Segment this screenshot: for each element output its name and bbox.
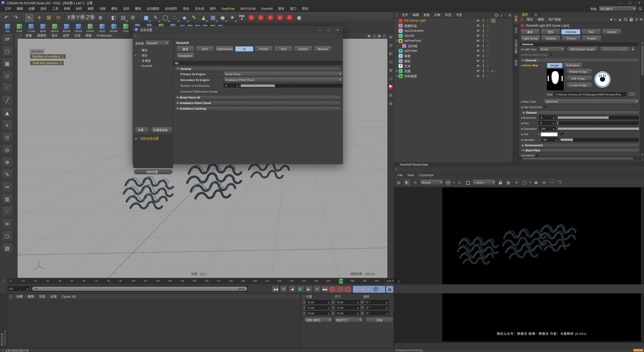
- field-tool[interactable]: 随机域: [96, 24, 108, 32]
- half-icon[interactable]: ◧: [388, 51, 393, 56]
- current-frame-field[interactable]: 272 F: [385, 279, 401, 284]
- disabled-cross-icon[interactable]: ✗: [486, 69, 490, 73]
- more-options-button[interactable]: ▸: [631, 47, 635, 52]
- view-label[interactable]: 透视视图: [29, 49, 45, 54]
- object-name[interactable]: 径向域: [408, 43, 417, 48]
- edges-mode-icon[interactable]: ╱: [2, 95, 13, 106]
- aov-select[interactable]: Beauty: [420, 180, 443, 185]
- model-mode-icon[interactable]: ▢: [2, 46, 13, 57]
- enabled-radio[interactable]: ◉: [520, 154, 524, 157]
- object-row[interactable]: ⊞ ∴ 克隆 ✗ ◎∴: [394, 68, 513, 73]
- rot-p-field[interactable]: 0 °: [365, 305, 389, 310]
- om-menu-item[interactable]: 编辑: [410, 12, 421, 18]
- keyframe-selection-button[interactable]: ?: [345, 287, 350, 292]
- menu-item[interactable]: 渲染: [120, 6, 132, 12]
- toolbar-icon[interactable]: ▦: [208, 13, 218, 22]
- flip-radio[interactable]: ◉: [520, 106, 524, 109]
- toolbar-icon[interactable]: ◧: [109, 13, 118, 22]
- eyedropper-icon[interactable]: [560, 133, 563, 136]
- renderer-select[interactable]: Redshift: [145, 41, 169, 46]
- expander-icon[interactable]: ⊞: [395, 70, 398, 72]
- add-panel-icon[interactable]: ⊞: [640, 18, 642, 21]
- attribute-tab[interactable]: General: [561, 29, 580, 34]
- primary-gi-select[interactable]: Brute Force: [224, 72, 342, 76]
- redshift-tab[interactable]: SSS: [274, 46, 293, 52]
- polygons-mode-icon[interactable]: ▲: [2, 108, 13, 118]
- pane-toggle-icon[interactable]: ◰: [383, 34, 386, 38]
- panel-tab[interactable]: 层: [531, 12, 541, 17]
- toolbar-icon[interactable]: [21, 13, 24, 22]
- rv-menu-item[interactable]: Customize: [416, 172, 436, 178]
- toolbar-icon[interactable]: ↷: [11, 13, 21, 22]
- panel-tab[interactable]: 属性: [519, 12, 531, 17]
- edit-image-button[interactable]: Edit Image...: [566, 76, 592, 81]
- flip-horizontal-checkbox[interactable]: [544, 106, 547, 109]
- attribute-tab[interactable]: Photon: [562, 36, 581, 41]
- pla-key-toggle[interactable]: ∴: [381, 287, 384, 291]
- dome-map-radio[interactable]: ◉: [520, 64, 524, 67]
- pos-y-field[interactable]: 0 cm: [306, 305, 331, 310]
- axis-mode-icon[interactable]: +: [2, 120, 13, 130]
- layer-color-box[interactable]: [477, 19, 480, 22]
- pv-button[interactable]: PV: [549, 180, 555, 185]
- menu-item[interactable]: 帮助: [299, 6, 311, 12]
- toolbar-icon[interactable]: [138, 13, 141, 22]
- position-key-toggle[interactable]: +: [354, 287, 357, 291]
- toolbar-icon[interactable]: Z Z: [86, 13, 96, 22]
- menu-item[interactable]: 运动跟踪: [144, 6, 162, 12]
- enabled-check-icon[interactable]: ✓: [486, 44, 490, 48]
- toolbar-icon[interactable]: ✎: [189, 13, 199, 22]
- pane-split-icon[interactable]: ◫: [373, 34, 376, 38]
- field-tool[interactable]: 远球体域: [84, 24, 96, 32]
- attr-menu-item[interactable]: 模式: [525, 17, 535, 23]
- solo-mode-icon[interactable]: ◎: [2, 145, 13, 155]
- range-start-field[interactable]: 0 F: [8, 286, 30, 291]
- menu-item[interactable]: 流水线: [192, 6, 207, 12]
- layer-color-box[interactable]: [477, 34, 480, 37]
- side-tab[interactable]: 构造: [513, 58, 518, 68]
- redshift-tab[interactable]: System: [294, 46, 312, 52]
- plus-icon[interactable]: +: [388, 60, 393, 64]
- object-row[interactable]: T 文本 ✓: [394, 63, 513, 68]
- up-icon[interactable]: ▲: [619, 18, 621, 21]
- toolbar-icon[interactable]: ■: [141, 13, 151, 22]
- object-name[interactable]: xpEmitter: [404, 49, 418, 53]
- menu-item[interactable]: 捕捉: [85, 6, 97, 12]
- field-tool[interactable]: 组域: [2, 24, 13, 32]
- record-target-icon[interactable]: [388, 84, 393, 89]
- toolbar-icon[interactable]: X X: [67, 13, 76, 22]
- attribute-tab[interactable]: Shadow: [541, 36, 560, 41]
- drag-handle[interactable]: [520, 18, 523, 22]
- menu-item[interactable]: 雕刻: [132, 6, 144, 12]
- interface-select[interactable]: RS (用户): [599, 6, 636, 11]
- toolbar-icon[interactable]: ◉: [218, 13, 227, 22]
- back-icon[interactable]: ◀: [610, 18, 612, 21]
- material-menu-item[interactable]: 编辑: [25, 294, 36, 299]
- rot-b-field[interactable]: 0 °: [365, 311, 389, 316]
- parameter-key-toggle[interactable]: P: [374, 287, 378, 291]
- gi-bounces-slider[interactable]: [240, 84, 342, 87]
- animation-tab[interactable]: Animation: [563, 63, 582, 68]
- blend-object-color-checkbox[interactable]: [550, 53, 553, 56]
- edit-shader-graph-button[interactable]: Edit Shader Graph: [600, 47, 630, 52]
- blend-radio[interactable]: ◉: [520, 54, 524, 56]
- misc-tool-icon[interactable]: ▧: [2, 243, 13, 254]
- material-menu-item[interactable]: Cycles 4D: [59, 294, 78, 299]
- multipass-checkbox[interactable]: [135, 59, 138, 62]
- image-icon[interactable]: ▣: [533, 179, 539, 186]
- conserve-energy-checkbox[interactable]: [219, 90, 222, 93]
- toolbar-icon[interactable]: Y Y: [76, 13, 86, 22]
- toolbar-icon[interactable]: ↻: [54, 13, 63, 22]
- clock-icon[interactable]: ◔: [388, 43, 393, 48]
- attribute-tab[interactable]: 坐标: [541, 29, 560, 34]
- redshift-tab[interactable]: Memory: [314, 46, 332, 52]
- drag-handle[interactable]: [395, 13, 398, 17]
- menu-item[interactable]: 文件: [2, 6, 14, 12]
- layer-color-box[interactable]: [477, 55, 480, 57]
- size-mode-select[interactable]: 绝对尺寸: [335, 318, 363, 323]
- gamma-section-header[interactable]: ▶Gamma: [521, 111, 639, 115]
- object-name[interactable]: 推散: [404, 54, 411, 58]
- object-name[interactable]: 文本: [404, 64, 411, 68]
- toolbar-icon[interactable]: ∴: [170, 13, 180, 22]
- layer-color-box[interactable]: [477, 29, 480, 32]
